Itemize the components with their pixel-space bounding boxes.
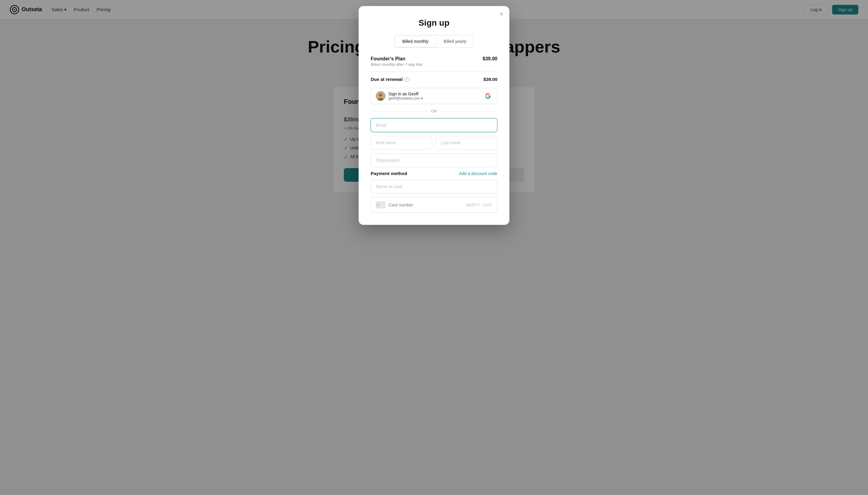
- plan-description: Billed monthly after 7-day trial: [371, 62, 422, 67]
- or-line-right: [441, 111, 497, 112]
- billed-yearly-button[interactable]: Billed yearly: [437, 35, 474, 47]
- svg-point-4: [379, 93, 382, 97]
- billing-toggle[interactable]: Billed monthly Billed yearly: [394, 35, 474, 48]
- google-user-text: Sign in as Geoff geoff@outseta.com ▾: [388, 91, 423, 101]
- plan-name: Founder's Plan: [371, 56, 422, 62]
- modal-title: Sign up: [371, 18, 497, 28]
- last-name-input[interactable]: [436, 136, 497, 150]
- payment-header: Payment method Add a discount code: [371, 171, 497, 176]
- name-on-card-group: [371, 180, 497, 193]
- email-input[interactable]: [371, 118, 497, 132]
- or-label: OR: [431, 109, 437, 114]
- renewal-label: Due at renewal i: [371, 77, 409, 82]
- plan-price: $39.00: [482, 56, 497, 62]
- google-logo-icon: [484, 92, 492, 100]
- svg-rect-8: [377, 204, 379, 206]
- renewal-info-icon[interactable]: i: [404, 77, 409, 82]
- organization-input[interactable]: [371, 153, 497, 167]
- payment-label: Payment method: [371, 171, 407, 176]
- first-name-input[interactable]: [371, 136, 432, 150]
- google-user-email: geoff@outseta.com ▾: [388, 96, 423, 101]
- name-on-card-input[interactable]: [371, 180, 497, 193]
- card-expiry-cvc-placeholder: MM/YY · CVC: [466, 203, 492, 207]
- organization-group: [371, 153, 497, 167]
- google-avatar: [376, 91, 386, 101]
- signup-modal: × Sign up Billed monthly Billed yearly F…: [359, 6, 509, 225]
- plan-details: Founder's Plan Billed monthly after 7-da…: [371, 56, 422, 67]
- card-number-input[interactable]: [388, 203, 463, 207]
- divider: [371, 71, 497, 72]
- close-button[interactable]: ×: [499, 11, 503, 17]
- google-signin-button[interactable]: Sign in as Geoff geoff@outseta.com ▾: [371, 88, 497, 104]
- card-brand-icon: [376, 202, 386, 208]
- renewal-row: Due at renewal i $39.00: [371, 77, 497, 82]
- card-number-field[interactable]: MM/YY · CVC: [371, 197, 497, 213]
- email-group: [371, 118, 497, 132]
- billed-monthly-button[interactable]: Billed monthly: [395, 36, 436, 47]
- discount-link[interactable]: Add a discount code: [459, 171, 497, 176]
- plan-row: Founder's Plan Billed monthly after 7-da…: [371, 56, 497, 67]
- google-user-info: Sign in as Geoff geoff@outseta.com ▾: [376, 91, 423, 101]
- or-line-left: [371, 111, 427, 112]
- modal-overlay: × Sign up Billed monthly Billed yearly F…: [0, 0, 868, 495]
- name-row: [371, 136, 497, 150]
- renewal-price: $39.00: [483, 77, 497, 82]
- plan-summary: Founder's Plan Billed monthly after 7-da…: [371, 56, 497, 82]
- or-divider: OR: [371, 109, 497, 114]
- google-user-name: Sign in as Geoff: [388, 91, 423, 96]
